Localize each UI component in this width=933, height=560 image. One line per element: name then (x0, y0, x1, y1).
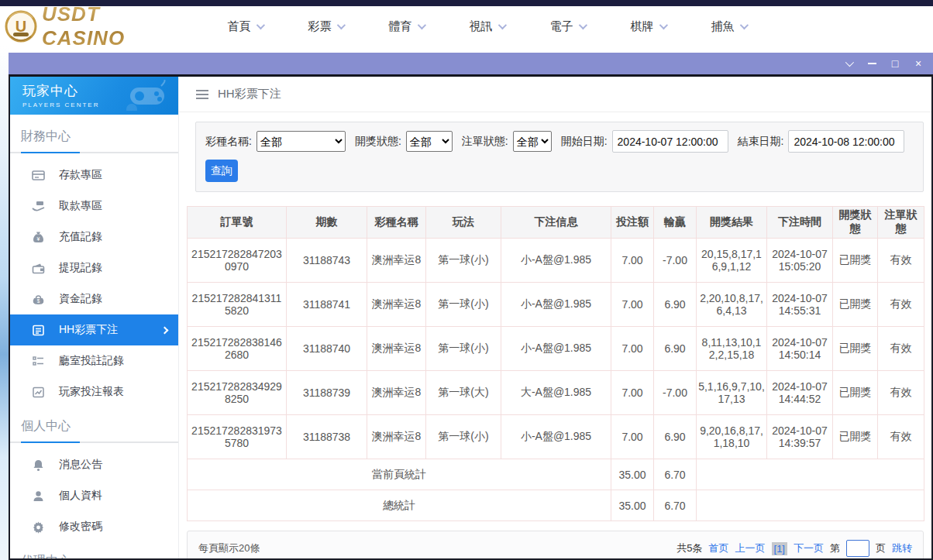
table-cell: 7.00 (611, 239, 654, 283)
jump-page-input[interactable] (846, 540, 869, 557)
gamepad-icon (122, 80, 170, 111)
page-size-text: 每頁顯示20條 (198, 541, 260, 555)
sidebar-item[interactable]: 存款專區 (10, 160, 178, 191)
nav-item-label: 電子 (550, 19, 573, 34)
nav-item-0[interactable]: 首頁 (205, 19, 285, 34)
table-cell: 31188743 (287, 239, 367, 283)
table-cell: 7.00 (611, 371, 654, 415)
sidebar-item[interactable]: ¥充值記錄 (10, 222, 178, 253)
summary-bet-total: 35.00 (611, 459, 654, 490)
window-minimize-icon[interactable] (860, 53, 883, 74)
svg-text:U: U (15, 18, 26, 35)
sidebar-header: 玩家中心 PLAYERS CENTER (10, 77, 178, 115)
sidebar-item-label: HH彩票下注 (59, 323, 118, 337)
table-row: 215217282834929825031188739澳洲幸运8第一球(大)大-… (188, 371, 924, 415)
sidebar-item[interactable]: 修改密碼 (10, 511, 178, 542)
table-cell: 31188741 (287, 283, 367, 327)
nav-menu: 首頁彩票體育視訊電子棋牌捕魚 (205, 19, 769, 34)
table-cell: 大-A盤@1.985 (501, 371, 611, 415)
sidebar-item[interactable]: 廳室投註記錄 (10, 345, 178, 376)
nav-item-4[interactable]: 電子 (527, 19, 608, 34)
pagination-controls: 共5条 首页 上一页 [1] 下一页 第 页 跳转 (677, 540, 912, 557)
nav-item-5[interactable]: 棋牌 (608, 19, 688, 34)
sidebar-item[interactable]: 個人資料 (10, 480, 178, 511)
sidebar-item-label: 修改密碼 (59, 520, 102, 534)
sidebar-item[interactable]: 提現記錄 (10, 253, 178, 283)
table-cell: 7.00 (611, 327, 654, 371)
next-page-link[interactable]: 下一页 (794, 541, 824, 555)
lottery-name-select[interactable]: 全部 (256, 131, 346, 152)
section-divider (10, 441, 178, 443)
sidebar-item-label: 消息公告 (59, 458, 102, 472)
first-page-link[interactable]: 首页 (709, 541, 729, 555)
column-header: 下注時間 (767, 207, 833, 239)
main-header: HH彩票下注 (179, 77, 931, 112)
table-cell: 小-A盤@1.985 (501, 283, 611, 327)
sidebar-item-label: 個人資料 (59, 489, 102, 503)
window-dropdown-icon[interactable] (837, 53, 860, 74)
column-header: 注單狀態 (878, 207, 924, 239)
table-cell: 9,20,16,8,17,1,18,10 (697, 415, 767, 459)
table-cell: 第一球(小) (426, 327, 501, 371)
svg-text:$: $ (37, 298, 40, 304)
start-date-input[interactable] (612, 130, 728, 153)
pagination-bar: 每頁顯示20條 共5条 首页 上一页 [1] 下一页 第 页 跳转 (187, 531, 924, 558)
sidebar-item[interactable]: 消息公告 (10, 449, 178, 480)
end-date-input[interactable] (788, 130, 904, 153)
nav-item-3[interactable]: 視訊 (446, 19, 527, 34)
svg-text:¥: ¥ (37, 236, 40, 242)
table-cell: 已開獎 (833, 239, 878, 283)
table-cell: 有效 (878, 415, 924, 459)
table-cell: 有效 (878, 371, 924, 415)
page-title: HH彩票下注 (218, 87, 281, 101)
filter-panel: 彩種名稱: 全部 開獎狀態: 全部 注單狀態: 全部 開始日期: 結束日期: 查… (195, 122, 924, 192)
sidebar-item[interactable]: HH彩票下注 (10, 314, 178, 345)
table-cell: 6.90 (654, 415, 697, 459)
table-cell: 2152172828472030970 (188, 239, 287, 283)
table-row: 215217282847203097031188743澳洲幸运8第一球(小)小-… (188, 239, 924, 283)
sidebar-item[interactable]: 取款專區 (10, 191, 178, 222)
table-row: 215217282831973578031188738澳洲幸运8第一球(小)小-… (188, 415, 924, 459)
chevron-down-icon (417, 21, 425, 29)
nav-item-2[interactable]: 體育 (366, 19, 446, 34)
table-cell: 5,1,16,9,7,10,17,13 (697, 371, 767, 415)
page-left-strip (0, 46, 9, 560)
user-icon (32, 490, 45, 503)
site-nav: U USDT CASINO 首頁彩票體育視訊電子棋牌捕魚 (0, 6, 933, 46)
jump-link[interactable]: 跳转 (892, 541, 912, 555)
sidebar-section-label: 代理中心 (10, 542, 178, 558)
table-cell: 已開獎 (833, 327, 878, 371)
order-status-select[interactable]: 全部 (513, 131, 552, 152)
table-cell: 有效 (878, 327, 924, 371)
window-close-icon[interactable]: × (907, 53, 930, 74)
table-cell: 第一球(大) (426, 371, 501, 415)
table-row: 215217282838146268031188740澳洲幸运8第一球(小)小-… (188, 327, 924, 371)
table-cell: 有效 (878, 283, 924, 327)
table-cell: 小-A盤@1.985 (501, 239, 611, 283)
brand[interactable]: U USDT CASINO (5, 2, 183, 50)
table-cell: 31188739 (287, 371, 367, 415)
table-cell: 2152172828413115820 (188, 283, 287, 327)
app-window: □ × 玩家中心 PLAYERS CENTER 財務中心存款 (9, 53, 933, 560)
window-body: 玩家中心 PLAYERS CENTER 財務中心存款專區取款專區¥充值記錄提現記… (9, 74, 933, 560)
chevron-down-icon (659, 21, 667, 29)
filter-row: 彩種名稱: 全部 開獎狀態: 全部 注單狀態: 全部 開始日期: 結束日期: (205, 130, 914, 153)
prev-page-link[interactable]: 上一页 (735, 541, 766, 555)
sidebar-item[interactable]: $資金記錄 (10, 283, 178, 314)
window-maximize-icon[interactable]: □ (883, 53, 907, 74)
table-cell: 第一球(小) (426, 283, 501, 327)
sidebar-item[interactable]: 玩家投注報表 (10, 376, 178, 407)
table-cell: 2024-10-07 15:05:20 (767, 239, 833, 283)
window-titlebar: □ × (9, 53, 933, 74)
summary-win-loss: 6.70 (654, 490, 697, 521)
nav-item-label: 捕魚 (711, 19, 735, 34)
summary-empty-cell (697, 459, 924, 490)
table-cell: 6.90 (654, 283, 697, 327)
draw-status-select[interactable]: 全部 (406, 131, 453, 152)
search-button[interactable]: 查詢 (205, 160, 238, 182)
nav-item-1[interactable]: 彩票 (285, 19, 366, 34)
table-cell: 2152172828349298250 (188, 371, 287, 415)
table-cell: 2,20,10,8,17,6,4,13 (697, 283, 767, 327)
hamburger-icon[interactable] (196, 90, 208, 99)
nav-item-6[interactable]: 捕魚 (688, 19, 769, 34)
